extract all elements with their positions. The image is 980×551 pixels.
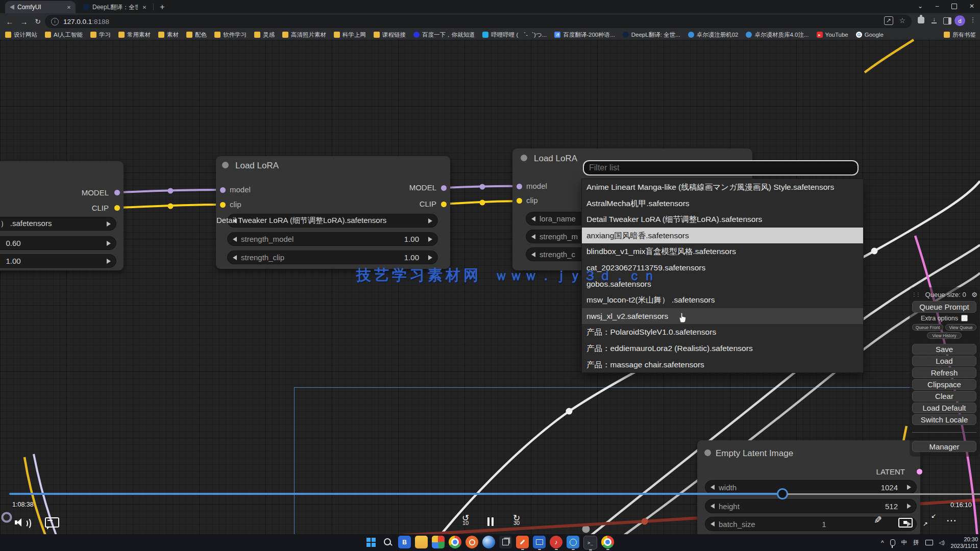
model-input-dot[interactable] [220, 187, 226, 193]
maximize-button[interactable] [946, 0, 962, 12]
pause-button[interactable] [486, 517, 495, 526]
bookmark-item[interactable]: 课程链接 [374, 31, 406, 39]
bookmark-item[interactable]: 卓尔谟材质库4.0注... [746, 31, 808, 39]
more-options-icon[interactable] [946, 514, 957, 527]
volume-icon[interactable] [14, 516, 29, 529]
strength-model-widget[interactable]: 0.60 [0, 236, 116, 250]
hidden-icons-chevron[interactable] [881, 539, 884, 546]
bookmark-item[interactable]: YouTube [817, 32, 848, 38]
strength-model-widget[interactable]: strength_model 1.00 [227, 232, 438, 246]
model-output-dot[interactable] [114, 190, 120, 195]
bookmark-item[interactable]: 设计网站 [5, 31, 37, 39]
design-app-icon[interactable] [516, 536, 529, 548]
music-app-icon[interactable] [550, 536, 562, 548]
tab-deepl[interactable]: DeepL翻译：全世界最准确的翻 [79, 1, 151, 13]
clip-output-dot[interactable] [441, 202, 447, 207]
app-b-icon[interactable] [398, 536, 411, 548]
start-icon[interactable] [364, 536, 377, 548]
next-value-icon[interactable] [907, 504, 911, 509]
next-value-icon[interactable] [428, 237, 432, 242]
seek-handle[interactable] [777, 488, 788, 499]
tab-search-icon[interactable] [913, 0, 928, 12]
back-button[interactable]: ← [4, 16, 15, 27]
next-value-icon[interactable] [107, 241, 111, 246]
menu-button-refresh[interactable]: Refresh [912, 367, 976, 378]
minimize-button[interactable] [929, 0, 945, 12]
bookmark-item[interactable]: 常用素材 [118, 31, 151, 39]
bookmark-item[interactable]: 百度一下，你就知道 [413, 31, 475, 39]
manager-button[interactable]: Manager [912, 441, 976, 452]
prev-value-icon[interactable] [710, 485, 715, 490]
clip-input-dot[interactable] [517, 198, 522, 204]
dropdown-item[interactable]: msw_locon-t2(米山舞） .safetensors [582, 292, 863, 308]
next-value-icon[interactable] [428, 218, 432, 223]
close-window-button[interactable] [964, 0, 979, 12]
extensions-icon[interactable] [918, 17, 924, 23]
dropdown-item[interactable]: Anime Lineart Manga-like (线稿線画マンガ風漫画风) S… [582, 179, 863, 195]
next-value-icon[interactable] [107, 221, 111, 227]
dropdown-item[interactable]: anxiang国风暗香.safetensors [582, 228, 863, 244]
forward-button[interactable]: → [18, 16, 30, 27]
seek-bar-remaining[interactable] [788, 493, 980, 495]
drag-handle-icon[interactable] [912, 292, 920, 297]
node-load-lora-left[interactable]: MODEL CLIP (米山舞） .safetensors 0.60 1.00 [0, 161, 124, 270]
menu-button-save[interactable]: Save [912, 344, 976, 355]
dropdown-item[interactable]: 产品：PolaroidStyleV1.0.safetensors [582, 324, 863, 340]
address-bar[interactable]: 127.0.0.1 :8188 [45, 15, 912, 28]
speaker-icon[interactable] [939, 540, 945, 545]
dropdown-item[interactable]: nwsj_xl_v2.safetensors [582, 308, 863, 324]
bookmark-item[interactable]: 软件学习 [214, 31, 247, 39]
terminal-app-icon[interactable] [583, 536, 597, 549]
menu-button-clear[interactable]: Clear [912, 391, 976, 402]
close-tab-icon[interactable] [65, 3, 73, 11]
collapse-dot-icon[interactable] [222, 162, 229, 168]
menu-button-load-default[interactable]: Load Default [912, 403, 976, 413]
node-load-lora-center[interactable]: Load LoRA model clip MODEL CLIP Detail T… [216, 156, 450, 269]
extra-options-checkbox[interactable] [961, 315, 968, 321]
dropdown-item[interactable]: AstralMecha机甲.safetensors [582, 195, 863, 212]
close-tab-icon[interactable] [140, 3, 149, 11]
profile-avatar[interactable]: d [954, 15, 965, 26]
queue-prompt-button[interactable]: Queue Prompt [912, 301, 976, 313]
bookmark-item[interactable]: 素材 [158, 31, 179, 39]
globe-app-icon[interactable] [567, 536, 579, 548]
prev-value-icon[interactable] [233, 237, 237, 242]
pencil-notes-icon[interactable] [874, 514, 882, 526]
collapse-dot-icon[interactable] [704, 449, 711, 456]
prev-value-icon[interactable] [233, 255, 237, 260]
clip-input-dot[interactable] [220, 202, 226, 208]
bookmark-star-icon[interactable] [899, 16, 905, 24]
collapse-dot-icon[interactable] [521, 155, 527, 161]
prev-value-icon[interactable] [531, 252, 535, 257]
browser-menu-icon[interactable] [969, 16, 976, 26]
height-widget[interactable]: height 512 [705, 499, 917, 513]
prev-value-icon[interactable] [531, 234, 535, 239]
search-icon[interactable] [381, 536, 394, 548]
side-panel-icon[interactable] [943, 17, 951, 24]
lora-name-widget[interactable]: (米山舞） .safetensors [0, 217, 116, 231]
bookmark-item[interactable]: 配色 [186, 31, 207, 39]
rewind-10-button[interactable]: ↺ 10 [456, 514, 475, 525]
site-info-icon[interactable] [51, 18, 59, 26]
new-tab-button[interactable] [157, 2, 167, 12]
lora-name-widget[interactable]: Detail Tweaker LoRA (细节调整LoRA).safetenso… [227, 214, 438, 228]
all-bookmarks-button[interactable]: 所有书签 [944, 30, 976, 40]
strength-clip-widget[interactable]: 1.00 [0, 254, 116, 268]
dropdown-item[interactable]: Detail Tweaker LoRA (细节调整LoRA).safetenso… [582, 211, 863, 228]
bookmark-item[interactable]: 卓尔谟注册机02 [688, 31, 739, 39]
ime-language[interactable]: 中 [901, 539, 908, 546]
cube-3d-app-icon[interactable] [499, 536, 512, 548]
clip-output-dot[interactable] [114, 205, 120, 211]
monitor-app-icon[interactable] [533, 536, 546, 548]
dropdown-item[interactable]: 产品：massage chair.safetensors [582, 357, 863, 373]
media-sphere-icon[interactable] [482, 536, 495, 548]
bookmark-item[interactable]: DeepL翻译: 全世... [623, 31, 680, 39]
model-input-dot[interactable] [517, 184, 522, 189]
screenshot-icon[interactable] [898, 518, 913, 528]
latent-output-dot[interactable] [917, 469, 922, 474]
menu-button-load[interactable]: Load [912, 356, 976, 366]
next-value-icon[interactable] [907, 485, 911, 490]
queue-front-button[interactable]: Queue Front [912, 324, 943, 331]
forward-30-button[interactable]: ↻ 30 [507, 514, 526, 525]
menu-button-clipspace[interactable]: Clipspace [912, 379, 976, 390]
